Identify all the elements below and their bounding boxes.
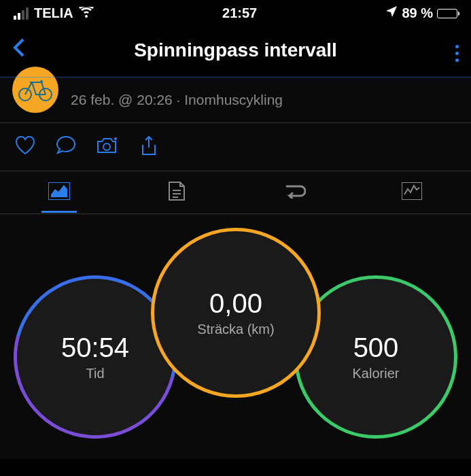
page-title: Spinningpass intervall (39, 39, 432, 61)
svg-point-2 (103, 143, 110, 150)
status-bar: TELIA 21:57 89 % (0, 0, 471, 27)
tab-laps[interactable] (236, 184, 353, 211)
like-button[interactable] (15, 136, 35, 158)
calories-value: 500 (353, 333, 399, 363)
header-divider (0, 77, 471, 78)
laps-icon (283, 189, 306, 201)
tab-bar (0, 171, 471, 214)
location-icon (385, 5, 398, 21)
activity-avatar[interactable] (12, 67, 58, 113)
action-bar (0, 123, 471, 171)
wifi-icon (79, 5, 94, 21)
distance-label: Sträcka (km) (197, 322, 274, 337)
more-button[interactable] (432, 39, 459, 62)
metrics-panel: 50:54 Tid 500 Kalorier 0,00 Sträcka (km) (0, 214, 471, 459)
time-label: Tid (61, 366, 129, 381)
status-right: 89 % (385, 5, 457, 21)
metric-distance[interactable]: 0,00 Sträcka (km) (151, 228, 321, 398)
stats-icon (48, 190, 70, 202)
app-header: Spinningpass intervall (0, 27, 471, 77)
activity-summary: 26 feb. @ 20:26 · Inomhuscykling (0, 78, 471, 122)
more-icon (455, 45, 459, 62)
signal-icon (14, 7, 29, 20)
carrier-label: TELIA (34, 5, 73, 21)
tab-notes[interactable] (118, 181, 235, 214)
time-value: 50:54 (61, 333, 129, 363)
comment-button[interactable] (56, 136, 76, 158)
bicycle-icon (18, 78, 52, 101)
distance-value: 0,00 (209, 288, 262, 319)
notes-icon (168, 192, 186, 203)
calories-label: Kalorier (353, 366, 400, 381)
charts-icon (402, 190, 422, 202)
tab-charts[interactable] (353, 182, 471, 212)
activity-meta: 26 feb. @ 20:26 · Inomhuscykling (71, 92, 283, 108)
battery-icon (437, 9, 457, 18)
share-button[interactable] (140, 135, 158, 158)
tab-stats[interactable] (0, 182, 118, 212)
battery-pct: 89 % (402, 5, 433, 21)
status-left: TELIA (14, 5, 94, 21)
back-button[interactable] (12, 36, 39, 65)
clock: 21:57 (222, 5, 257, 21)
camera-button[interactable] (97, 136, 120, 158)
